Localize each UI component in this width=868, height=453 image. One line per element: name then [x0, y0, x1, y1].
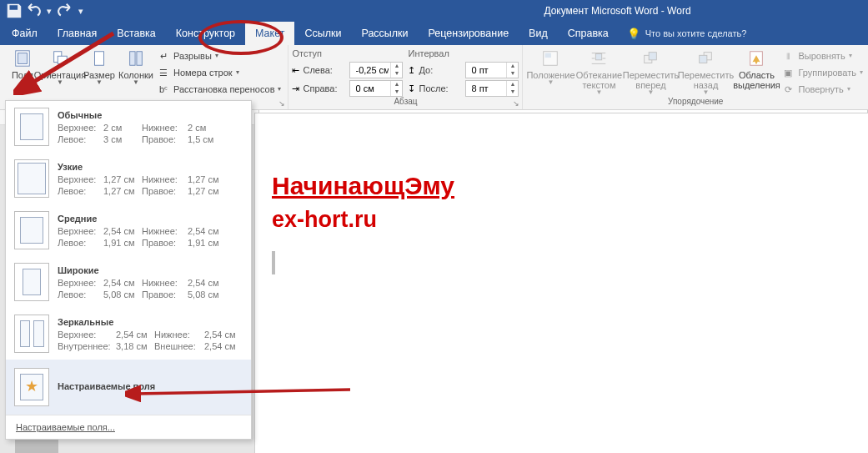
position-button[interactable]: Положение▼: [526, 47, 574, 85]
indent-right-row: ⇥ Справа: ▲▼: [292, 80, 403, 97]
selection-pane-button[interactable]: Область выделения: [733, 47, 780, 90]
orientation-button[interactable]: Ориентация ▼: [38, 47, 82, 85]
hyphenation-icon: bᶜ: [157, 83, 170, 96]
tab-insert[interactable]: Вставка: [107, 22, 165, 45]
redo-icon[interactable]: [55, 2, 73, 20]
undo-dropdown-icon[interactable]: ▾: [45, 2, 53, 20]
wrap-text-button[interactable]: Обтекание текстом▼: [574, 47, 623, 95]
tab-design[interactable]: Конструктор: [166, 22, 245, 45]
align-button[interactable]: ⫴Выровнять ▾: [781, 48, 863, 63]
position-icon: [540, 48, 560, 68]
tab-file[interactable]: Файл: [2, 22, 48, 45]
margins-option-mirrored[interactable]: Зеркальные Верхнее:2,54 см Нижнее:2,54 с…: [6, 308, 251, 360]
lightbulb-icon: 💡: [627, 28, 640, 40]
qat-customize-icon[interactable]: ▾: [75, 2, 87, 20]
tab-help[interactable]: Справка: [558, 22, 619, 45]
margins-icon: [13, 48, 33, 68]
tab-references[interactable]: Ссылки: [294, 22, 351, 45]
group-label-paragraph: Абзац: [394, 97, 417, 108]
breaks-button[interactable]: ↵Разрывы ▾: [157, 48, 281, 63]
align-icon: ⫴: [781, 49, 795, 63]
group-label-arrange: Упорядочение: [668, 97, 723, 108]
svg-rect-5: [130, 52, 135, 66]
tab-review[interactable]: Рецензирование: [419, 22, 519, 45]
svg-rect-1: [18, 53, 28, 64]
size-icon: [89, 48, 109, 68]
svg-rect-13: [700, 55, 707, 63]
tab-home[interactable]: Главная: [48, 22, 108, 45]
margins-option-narrow[interactable]: Узкие Верхнее:1,27 см Нижнее:1,27 см Лев…: [6, 153, 251, 204]
indent-left-icon: ⇤: [292, 65, 299, 76]
margins-mirrored-icon: [14, 315, 49, 353]
line-numbers-icon: ☰: [157, 66, 170, 79]
send-backward-button[interactable]: Переместить назад▼: [678, 47, 733, 95]
columns-button[interactable]: Колонки ▼: [117, 47, 155, 85]
spacing-after-icon: ↧: [408, 83, 415, 94]
chevron-down-icon: ▼: [133, 80, 139, 85]
margins-moderate-icon: [14, 211, 49, 249]
doc-heading-2[interactable]: ex-hort.ru: [272, 207, 868, 233]
chevron-down-icon: ▼: [57, 80, 63, 85]
indent-heading: Отступ: [292, 48, 403, 60]
ribbon-tabs: Файл Главная Вставка Конструктор Макет С…: [0, 22, 868, 45]
chevron-down-icon: ▼: [96, 80, 103, 85]
group-paragraph: Отступ ⇤ Слева: ▲▼ ⇥ Справа: ▲▼ Интервал…: [288, 45, 523, 109]
indent-left-row: ⇤ Слева: ▲▼: [292, 62, 403, 78]
breaks-icon: ↵: [157, 49, 170, 63]
rotate-icon: ⟳: [781, 83, 795, 96]
spacing-before-input[interactable]: ▲▼: [465, 62, 519, 78]
svg-rect-4: [95, 52, 104, 66]
paragraph-launcher-icon[interactable]: ↘: [513, 99, 519, 108]
save-icon[interactable]: [5, 2, 23, 20]
orientation-icon: [50, 48, 70, 68]
tab-view[interactable]: Вид: [519, 22, 558, 45]
margins-option-wide[interactable]: Широкие Верхнее:2,54 см Нижнее:2,54 см Л…: [6, 256, 251, 308]
bring-forward-icon: [640, 48, 660, 68]
spacing-before-icon: ↥: [408, 65, 415, 76]
margins-wide-icon: [14, 263, 49, 301]
tab-mailings[interactable]: Рассылки: [351, 22, 418, 45]
tell-me-placeholder: Что вы хотите сделать?: [645, 28, 747, 38]
send-backward-icon: [695, 48, 715, 68]
svg-rect-3: [58, 56, 67, 63]
page-setup-launcher-icon[interactable]: ↘: [278, 99, 285, 108]
doc-heading-1[interactable]: НачинающЭму: [272, 172, 868, 200]
text-cursor: [272, 251, 275, 274]
svg-rect-8: [545, 53, 551, 58]
chevron-down-icon: ▼: [19, 80, 26, 85]
tab-layout[interactable]: Макет: [245, 22, 294, 45]
indent-right-input[interactable]: ▲▼: [349, 80, 403, 97]
tell-me-search[interactable]: 💡 Что вы хотите сделать?: [619, 22, 755, 45]
group-button[interactable]: ▣Группировать ▾: [781, 65, 863, 80]
title-bar: ▾ ▾ Документ Microsoft Word - Word: [0, 0, 868, 22]
wrap-text-icon: [589, 48, 609, 68]
group-arrange: Положение▼ Обтекание текстом▼ Переместит…: [523, 45, 868, 109]
spacing-before-row: ↥ До: ▲▼: [408, 62, 519, 78]
margins-option-custom-tile[interactable]: Настраиваемые поля: [6, 360, 251, 415]
size-button[interactable]: Размер ▼: [82, 47, 117, 85]
margins-narrow-icon: [14, 159, 49, 198]
columns-icon: [126, 48, 146, 68]
margins-custom-icon: [14, 368, 49, 406]
svg-rect-9: [596, 54, 602, 60]
document-page[interactable]: НачинающЭму ex-hort.ru: [254, 113, 868, 453]
indent-right-icon: ⇥: [292, 83, 299, 94]
selection-pane-icon: [746, 48, 766, 68]
margins-dropdown: Обычные Верхнее:2 см Нижнее:2 см Левое:3…: [5, 100, 252, 440]
group-icon: ▣: [781, 66, 795, 79]
rotate-button[interactable]: ⟳Повернуть ▾: [781, 82, 863, 97]
hyphenation-button[interactable]: bᶜРасстановка переносов ▾: [157, 82, 281, 97]
margins-option-moderate[interactable]: Средние Верхнее:2,54 см Нижнее:2,54 см Л…: [6, 204, 251, 256]
spacing-heading: Интервал: [408, 48, 519, 60]
line-numbers-button[interactable]: ☰Номера строк ▾: [157, 65, 281, 80]
margins-normal-icon: [14, 108, 49, 146]
undo-icon[interactable]: [25, 2, 43, 20]
indent-left-input[interactable]: ▲▼: [349, 62, 403, 78]
window-title: Документ Microsoft Word - Word: [544, 5, 690, 17]
spacing-after-row: ↧ После: ▲▼: [408, 80, 519, 97]
svg-rect-11: [650, 53, 657, 60]
margins-option-normal[interactable]: Обычные Верхнее:2 см Нижнее:2 см Левое:3…: [6, 101, 251, 153]
bring-forward-button[interactable]: Переместить вперед▼: [623, 47, 678, 95]
margins-custom-footer[interactable]: Настраиваемые поля...: [6, 415, 251, 439]
spacing-after-input[interactable]: ▲▼: [465, 80, 519, 97]
